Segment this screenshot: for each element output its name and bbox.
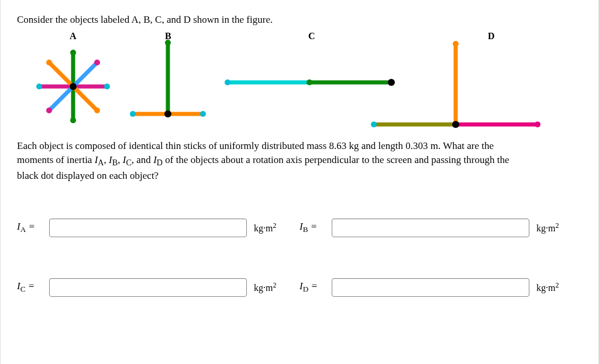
svg-point-23 [388, 79, 395, 86]
svg-point-11 [94, 60, 100, 65]
svg-point-22 [307, 79, 312, 85]
label-ia: IA = [17, 221, 49, 234]
svg-point-29 [535, 122, 541, 127]
sub-d: D [157, 158, 163, 168]
body-line-2-pre: moments of inertia [17, 154, 95, 165]
comma2: , [118, 154, 123, 165]
figure: A B C D [17, 31, 579, 139]
label-a: A [70, 31, 77, 41]
svg-point-9 [94, 108, 100, 113]
unit-ic: kg·m2 [254, 281, 276, 293]
unit-id: kg·m2 [536, 281, 559, 293]
svg-point-7 [70, 117, 76, 123]
sub-b: B [112, 158, 118, 168]
intro-text: Consider the objects labeled A, B, C, an… [17, 13, 582, 27]
body-line-3: black dot displayed on each object? [17, 170, 159, 181]
svg-point-30 [452, 121, 459, 128]
svg-point-18 [164, 110, 171, 117]
label-c: C [308, 31, 315, 41]
svg-point-16 [130, 111, 136, 117]
input-id[interactable] [332, 278, 529, 297]
label-ib: IB = [300, 221, 332, 234]
unit-ia: kg·m2 [254, 221, 276, 234]
unit-ib: kg·m2 [536, 221, 559, 234]
svg-point-25 [453, 41, 459, 47]
svg-point-27 [371, 122, 377, 127]
input-ia[interactable] [49, 219, 247, 237]
and: , and [132, 154, 153, 165]
input-ic[interactable] [49, 278, 247, 297]
svg-point-17 [200, 111, 206, 117]
body-text: Each object is composed of identical thi… [17, 139, 582, 183]
answers-area: IA = kg·m2 IB = kg·m2 IC = kg·m2 ID = kg… [17, 219, 582, 297]
body-line-1: Each object is composed of identical thi… [17, 140, 494, 151]
svg-point-6 [70, 50, 76, 56]
svg-point-4 [36, 84, 42, 89]
sub-c: C [126, 158, 131, 168]
comma1: , [104, 154, 109, 165]
label-ic: IC = [17, 280, 49, 294]
svg-point-8 [46, 60, 52, 65]
figure-svg [17, 31, 579, 139]
body-line-2-post: of the objects about a rotation axis per… [163, 154, 509, 165]
svg-point-10 [46, 108, 52, 113]
input-ib[interactable] [332, 219, 529, 237]
label-d: D [488, 31, 495, 41]
sub-a: A [98, 158, 104, 168]
svg-point-20 [225, 79, 230, 85]
label-b: B [165, 31, 171, 41]
svg-point-12 [70, 83, 77, 90]
label-id: ID = [300, 280, 332, 294]
svg-point-5 [104, 84, 110, 89]
